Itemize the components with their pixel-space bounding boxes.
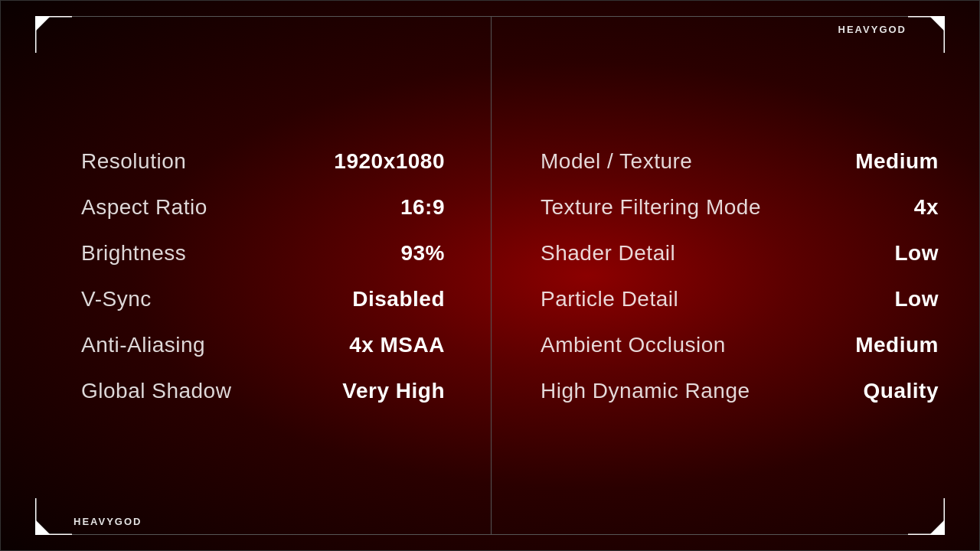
- setting-label: Ambient Occlusion: [541, 333, 726, 357]
- setting-label: Model / Texture: [541, 149, 692, 174]
- setting-value: 16:9: [400, 195, 445, 220]
- setting-value: Low: [895, 241, 939, 266]
- setting-value: 93%: [400, 241, 445, 266]
- left-settings-row: Global ShadowVery High: [81, 368, 445, 414]
- setting-label: Particle Detail: [541, 287, 678, 311]
- setting-value: 4x MSAA: [349, 333, 445, 357]
- right-settings-panel: Model / TextureMediumTexture Filtering M…: [491, 1, 980, 551]
- right-settings-row: Model / TextureMedium: [541, 139, 939, 184]
- right-settings-row: Texture Filtering Mode4x: [541, 184, 939, 230]
- setting-value: Low: [895, 287, 939, 311]
- setting-label: Resolution: [81, 149, 186, 174]
- left-settings-row: Brightness93%: [81, 230, 445, 276]
- setting-value: Very High: [342, 379, 445, 403]
- left-settings-row: Anti-Aliasing4x MSAA: [81, 322, 445, 368]
- setting-label: Texture Filtering Mode: [541, 195, 761, 220]
- setting-value: Medium: [855, 149, 939, 174]
- setting-value: Disabled: [352, 287, 445, 311]
- right-settings-row: Particle DetailLow: [541, 276, 939, 322]
- setting-value: Quality: [864, 379, 939, 403]
- setting-label: Anti-Aliasing: [81, 333, 205, 357]
- setting-label: Shader Detail: [541, 241, 675, 266]
- left-settings-panel: Resolution1920x1080Aspect Ratio16:9Brigh…: [1, 1, 491, 551]
- setting-label: V-Sync: [81, 287, 152, 311]
- setting-value: Medium: [855, 333, 939, 357]
- setting-value: 1920x1080: [334, 149, 445, 174]
- setting-label: Brightness: [81, 241, 186, 266]
- setting-label: High Dynamic Range: [541, 379, 750, 403]
- left-settings-row: Resolution1920x1080: [81, 139, 445, 184]
- right-settings-row: High Dynamic RangeQuality: [541, 368, 939, 414]
- main-container: HEAVYGOD HEAVYGOD Resolution1920x1080Asp…: [0, 0, 980, 551]
- left-settings-row: Aspect Ratio16:9: [81, 184, 445, 230]
- left-settings-row: V-SyncDisabled: [81, 276, 445, 322]
- setting-label: Global Shadow: [81, 379, 231, 403]
- right-settings-row: Shader DetailLow: [541, 230, 939, 276]
- right-settings-row: Ambient OcclusionMedium: [541, 322, 939, 368]
- setting-label: Aspect Ratio: [81, 195, 207, 220]
- setting-value: 4x: [914, 195, 939, 220]
